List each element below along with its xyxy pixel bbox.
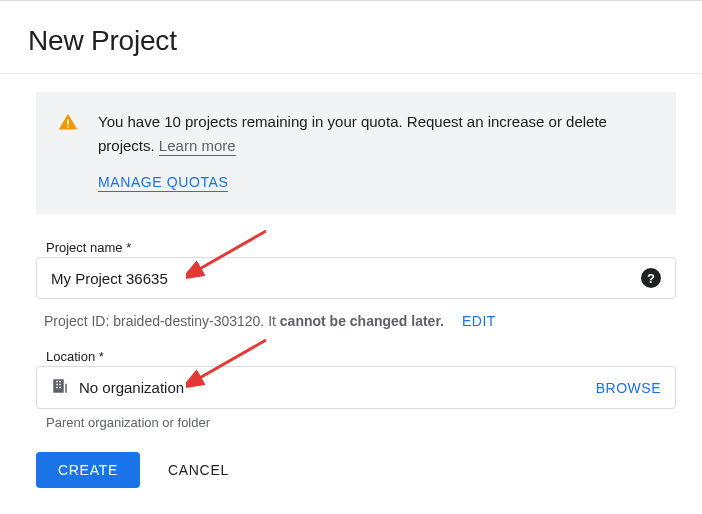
project-id-prefix: Project ID: xyxy=(44,313,113,329)
organization-icon xyxy=(51,377,69,398)
location-field: Location * No organization BROWSE xyxy=(36,349,676,409)
project-id-period: . It xyxy=(260,313,279,329)
browse-button[interactable]: BROWSE xyxy=(596,380,661,396)
location-helper-text: Parent organization or folder xyxy=(46,415,676,430)
help-icon[interactable]: ? xyxy=(641,268,661,288)
learn-more-link[interactable]: Learn more xyxy=(159,137,236,156)
quota-notice-text: You have 10 projects remaining in your q… xyxy=(98,110,654,158)
project-name-input[interactable]: My Project 36635 ? xyxy=(36,257,676,299)
location-input[interactable]: No organization BROWSE xyxy=(36,366,676,409)
location-label: Location * xyxy=(46,349,676,364)
project-name-label: Project name * xyxy=(46,240,676,255)
page-title: New Project xyxy=(28,25,674,57)
svg-rect-1 xyxy=(67,126,69,128)
project-id-value: braided-destiny-303120 xyxy=(113,313,260,329)
project-name-value: My Project 36635 xyxy=(51,270,168,287)
cancel-button[interactable]: CANCEL xyxy=(168,462,229,478)
project-name-field: Project name * My Project 36635 ? xyxy=(36,240,676,299)
quota-notice: You have 10 projects remaining in your q… xyxy=(36,92,676,214)
project-id-warning: cannot be changed later. xyxy=(280,313,444,329)
svg-rect-0 xyxy=(67,120,69,125)
create-button[interactable]: CREATE xyxy=(36,452,140,488)
warning-icon xyxy=(58,112,78,192)
edit-project-id-link[interactable]: EDIT xyxy=(462,313,496,329)
manage-quotas-link[interactable]: MANAGE QUOTAS xyxy=(98,174,228,192)
project-id-note: Project ID: braided-destiny-303120. It c… xyxy=(44,313,676,329)
location-value: No organization xyxy=(79,379,184,396)
